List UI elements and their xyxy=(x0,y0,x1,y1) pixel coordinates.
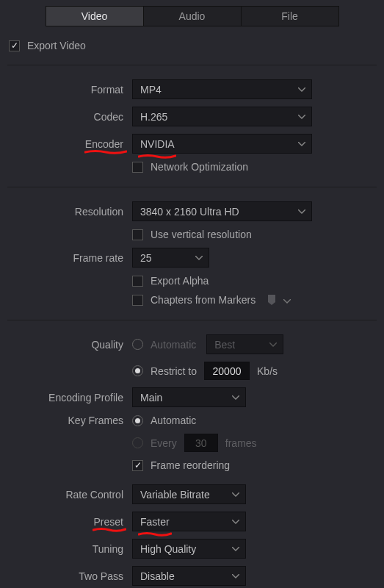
format-label: Format xyxy=(7,84,132,96)
chevron-down-icon xyxy=(298,87,305,92)
frame-rate-dropdown[interactable]: 25 xyxy=(132,248,209,268)
keyframes-automatic-label: Automatic xyxy=(151,415,196,426)
keyframes-every-radio[interactable] xyxy=(132,437,143,448)
export-alpha-checkbox[interactable] xyxy=(132,276,143,287)
use-vertical-resolution-label: Use vertical resolution xyxy=(151,229,252,240)
rate-control-value: Variable Bitrate xyxy=(140,489,210,501)
codec-label: Codec xyxy=(7,111,132,123)
divider xyxy=(7,320,377,320)
encoding-profile-value: Main xyxy=(140,392,162,404)
chevron-down-icon xyxy=(232,574,239,578)
keyframes-unit-label: frames xyxy=(225,437,257,449)
tab-audio[interactable]: Audio xyxy=(144,7,242,26)
chapters-from-markers-checkbox[interactable] xyxy=(132,295,143,306)
preset-dropdown[interactable]: Faster xyxy=(132,512,246,531)
frame-rate-value: 25 xyxy=(140,252,152,264)
annotation-underline xyxy=(138,532,172,535)
key-frames-label: Key Frames xyxy=(7,415,132,426)
quality-automatic-label: Automatic xyxy=(151,339,196,351)
annotation-underline xyxy=(84,150,127,153)
quality-best-dropdown: Best xyxy=(206,334,283,354)
network-optimization-label: Network Optimization xyxy=(151,161,248,173)
chapters-from-markers-label: Chapters from Markers xyxy=(151,294,256,306)
keyframes-every-input xyxy=(184,434,218,452)
frame-reordering-label: Frame reordering xyxy=(151,459,230,471)
encoding-profile-label: Encoding Profile xyxy=(7,392,132,404)
frame-rate-label: Frame rate xyxy=(7,252,132,264)
chevron-down-icon xyxy=(298,115,305,119)
codec-value: H.265 xyxy=(140,111,167,123)
tab-video[interactable]: Video xyxy=(46,7,144,26)
chevron-down-icon xyxy=(269,343,277,347)
tabs: Video Audio File xyxy=(46,6,339,26)
chevron-down-icon xyxy=(232,547,239,551)
keyframes-automatic-radio[interactable] xyxy=(132,415,143,426)
chevron-down-icon[interactable] xyxy=(283,294,291,306)
tuning-value: High Quality xyxy=(140,543,196,555)
preset-value: Faster xyxy=(140,516,170,528)
resolution-dropdown[interactable]: 3840 x 2160 Ultra HD xyxy=(132,201,312,221)
chevron-down-icon xyxy=(232,492,239,497)
two-pass-label: Two Pass xyxy=(7,570,132,582)
chevron-down-icon xyxy=(298,209,305,214)
quality-restrict-input[interactable] xyxy=(204,362,250,380)
quality-restrict-radio[interactable] xyxy=(132,365,143,376)
marker-icon xyxy=(267,295,276,305)
tuning-label: Tuning xyxy=(7,543,132,555)
annotation-underline xyxy=(138,154,176,157)
quality-label: Quality xyxy=(7,339,132,351)
resolution-label: Resolution xyxy=(7,206,132,218)
encoder-value: NVIDIA xyxy=(140,138,175,150)
divider xyxy=(7,65,377,65)
divider xyxy=(7,187,377,187)
tab-file[interactable]: File xyxy=(242,7,338,26)
two-pass-dropdown[interactable]: Disable xyxy=(132,566,246,586)
chevron-down-icon xyxy=(232,395,239,400)
encoder-label: Encoder xyxy=(7,138,132,150)
frame-reordering-checkbox[interactable] xyxy=(132,460,143,471)
export-video-checkbox[interactable] xyxy=(9,40,20,51)
keyframes-every-label: Every xyxy=(151,437,177,449)
rate-control-label: Rate Control xyxy=(7,489,132,501)
quality-automatic-radio[interactable] xyxy=(132,339,143,350)
preset-label: Preset xyxy=(7,516,132,528)
annotation-underline xyxy=(93,528,126,531)
use-vertical-resolution-checkbox[interactable] xyxy=(132,229,143,240)
export-alpha-label: Export Alpha xyxy=(151,275,209,287)
quality-unit-label: Kb/s xyxy=(257,365,278,377)
network-optimization-checkbox[interactable] xyxy=(132,162,143,173)
export-video-label: Export Video xyxy=(27,40,86,51)
resolution-value: 3840 x 2160 Ultra HD xyxy=(140,206,239,218)
chevron-down-icon xyxy=(195,256,203,260)
encoder-dropdown[interactable]: NVIDIA xyxy=(132,134,312,154)
quality-best-value: Best xyxy=(214,339,235,351)
format-value: MP4 xyxy=(140,84,162,96)
tuning-dropdown[interactable]: High Quality xyxy=(132,539,246,559)
chevron-down-icon xyxy=(298,142,305,146)
quality-restrict-label: Restrict to xyxy=(151,365,197,377)
chevron-down-icon xyxy=(232,520,239,524)
encoding-profile-dropdown[interactable]: Main xyxy=(132,387,246,407)
rate-control-dropdown[interactable]: Variable Bitrate xyxy=(132,484,246,504)
codec-dropdown[interactable]: H.265 xyxy=(132,107,312,126)
format-dropdown[interactable]: MP4 xyxy=(132,79,312,99)
two-pass-value: Disable xyxy=(140,570,175,582)
